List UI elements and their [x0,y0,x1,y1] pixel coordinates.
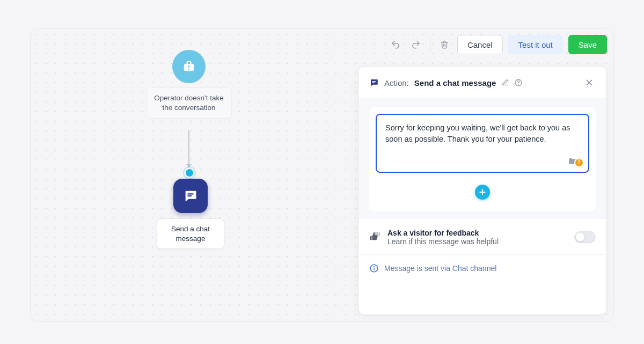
undo-button[interactable] [388,37,403,52]
action-node-icon [173,179,208,213]
flow-connector [188,130,190,168]
info-row: Message is sent via Chat channel [358,255,606,282]
redo-button[interactable] [408,37,423,52]
trash-icon [440,40,449,49]
action-node[interactable]: Send a chat message [156,179,225,249]
svg-point-8 [518,84,519,85]
feedback-title: Ask a visitor for feedback [387,229,499,237]
attachment-control[interactable]: ! [568,157,584,169]
edit-title-button[interactable] [501,79,509,86]
svg-point-2 [188,69,189,70]
warning-badge-icon: ! [574,158,584,167]
connector-hotspot[interactable] [185,168,194,178]
briefcase-alert-icon [181,59,196,74]
flow-builder-stage: Cancel Test it out Save Operator doesn't… [30,28,614,322]
feedback-subtitle: Learn if this message was helpful [387,237,499,246]
svg-rect-6 [372,82,375,83]
message-text: Sorry for keeping you waiting, we'll get… [385,123,570,143]
toolbar: Cancel Test it out Save [388,35,607,54]
cancel-button[interactable]: Cancel [457,35,503,54]
svg-point-15 [374,266,375,267]
message-container: Sorry for keeping you waiting, we'll get… [369,107,596,211]
panel-body: Sorry for keeping you waiting, we'll get… [358,98,606,219]
plus-icon [478,188,487,196]
add-message-bar [376,179,589,205]
info-text: Message is sent via Chat channel [384,264,496,273]
toolbar-divider [430,38,430,52]
svg-rect-3 [187,193,194,194]
thumbs-icon [369,230,381,244]
feedback-toggle[interactable] [574,231,596,243]
trigger-node[interactable]: Operator doesn't take the conversation [135,50,243,119]
feedback-row: Ask a visitor for feedback Learn if this… [358,219,606,255]
chat-icon [183,188,198,203]
action-config-panel: Action: Send a chat message Sorry for ke… [358,66,607,315]
close-panel-button[interactable] [582,75,597,90]
trigger-node-label: Operator doesn't take the conversation [146,87,232,119]
action-node-label: Send a chat message [157,218,224,249]
svg-rect-1 [188,65,189,68]
info-icon [369,264,379,273]
trigger-node-icon [172,50,206,83]
delete-button[interactable] [437,37,452,52]
panel-chat-icon [369,78,379,87]
undo-icon [391,40,400,49]
feedback-text: Ask a visitor for feedback Learn if this… [387,229,499,246]
save-button[interactable]: Save [568,35,607,54]
message-textarea[interactable]: Sorry for keeping you waiting, we'll get… [376,114,589,173]
close-icon [585,78,594,87]
svg-rect-4 [187,195,192,196]
panel-header: Action: Send a chat message [358,67,606,98]
svg-rect-5 [372,81,376,82]
panel-title: Send a chat message [414,78,496,87]
help-button[interactable] [514,78,523,87]
test-it-out-button[interactable]: Test it out [508,35,563,54]
add-message-button[interactable] [475,185,490,200]
help-icon [514,78,523,87]
pencil-icon [501,79,509,86]
redo-icon [411,40,421,49]
panel-prefix: Action: [384,78,409,87]
